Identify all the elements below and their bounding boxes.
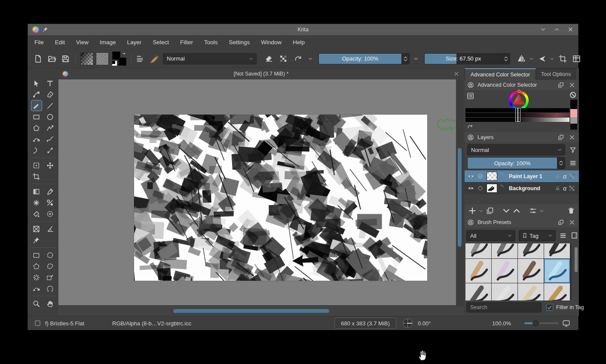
line-tool[interactable] [45,100,56,111]
preset-filter-combobox[interactable]: All [466,230,515,241]
duplicate-layer-button[interactable] [486,206,494,215]
alpha-channel-icon[interactable]: α [563,173,566,180]
rect-select-tool[interactable] [31,249,42,261]
reload-preset-button[interactable] [294,54,303,63]
preset-view-menu-icon[interactable] [559,232,567,240]
menu-window[interactable]: Window [255,36,287,48]
enclose-fill-tool[interactable] [45,208,56,219]
preset-detail-view-icon[interactable] [570,231,578,240]
swap-colors-icon[interactable] [122,52,127,57]
pin-icon[interactable] [42,26,49,33]
selection-status-icon[interactable] [34,320,41,327]
layer-thumbnail[interactable] [487,172,497,181]
visibility-eye-icon[interactable] [467,185,474,192]
filter-in-tag-checkbox[interactable] [546,304,553,311]
freehand-path-tool[interactable] [45,133,56,145]
menu-select[interactable]: Select [147,36,174,48]
spinner-icon[interactable] [502,54,510,64]
smart-patch-tool[interactable] [45,197,56,208]
lock-docker-icon[interactable] [467,82,474,88]
monitor-icon[interactable] [562,319,570,328]
menu-help[interactable]: Help [287,36,310,48]
delete-layer-button[interactable] [567,206,575,215]
add-layer-button[interactable] [468,206,477,215]
refresh-icon[interactable] [467,124,473,130]
color-selector-settings-button[interactable] [466,92,474,100]
chevron-down-icon[interactable] [413,56,419,62]
reference-images-tool[interactable] [31,234,42,246]
layers-header[interactable]: Layers [465,132,579,143]
select-circle-icon[interactable] [477,185,484,192]
brush-size-slider[interactable]: Size: 67.50 px [424,53,510,64]
preserve-alpha-button[interactable] [279,54,288,63]
minimize-icon[interactable] [540,26,546,33]
gradient-tool[interactable] [31,186,42,197]
brush-editor-button[interactable] [149,53,160,64]
close-docker-icon[interactable] [569,134,575,141]
layer-blending-mode-combobox[interactable]: Normal [467,144,565,155]
ellipse-tool[interactable] [45,111,56,122]
close-icon[interactable] [567,26,574,33]
contiguous-select-tool[interactable] [31,272,42,283]
preset-scrollbar[interactable] [575,247,578,272]
brush-preset-cell[interactable] [518,259,544,283]
pan-tool[interactable] [45,298,56,309]
move-layer-up-button[interactable] [512,206,521,215]
menu-layer[interactable]: Layer [122,36,147,48]
close-docker-icon[interactable] [569,219,575,226]
detach-canvas-button[interactable] [572,54,581,63]
float-docker-icon[interactable] [557,82,564,88]
canvas[interactable] [134,115,427,281]
move-tool[interactable] [45,160,56,171]
mirror-view-button[interactable] [517,54,526,63]
dynamic-brush-tool[interactable] [31,145,42,156]
brush-preset-cell[interactable] [544,259,570,283]
fill-tool[interactable] [31,208,42,219]
close-document-icon[interactable] [453,71,459,77]
measure-tool[interactable] [45,223,56,234]
transform-tool[interactable] [31,160,42,171]
calligraphy-tool[interactable] [45,89,56,100]
polyline-tool[interactable] [45,122,56,133]
properties-menu-icon[interactable] [539,208,545,214]
layer-row-paint-layer-1[interactable]: Paint Layer 1α [465,170,579,182]
crop-tool[interactable] [31,171,42,182]
wraparound-mode-button[interactable] [538,54,547,63]
zoom-slider[interactable] [524,322,559,324]
freehand-brush-tool[interactable] [31,100,42,111]
brush-presets-header[interactable]: Brush Presets [465,217,579,228]
alpha-lock-icon[interactable] [477,173,484,180]
magnetic-select-tool[interactable] [45,283,56,294]
brush-preset-cell[interactable] [465,283,491,300]
trim-to-image-button[interactable] [558,54,567,63]
vertical-scrollbar[interactable] [458,148,462,247]
color-history-strip[interactable] [570,100,577,130]
brush-preset-cell[interactable] [492,259,517,283]
similar-select-tool[interactable] [45,272,56,283]
lock-docker-icon[interactable] [467,219,474,226]
menu-view[interactable]: View [70,36,94,48]
alpha-channel-icon[interactable]: α [563,185,566,192]
brush-preset-cell[interactable] [518,243,544,258]
spinner-icon[interactable] [402,54,409,64]
brush-preset-cell[interactable] [544,243,570,258]
spinner-icon[interactable] [557,158,565,169]
layer-options-menu-icon[interactable] [569,159,577,167]
brush-preset-cell[interactable] [465,259,491,283]
preset-search-input[interactable] [466,302,542,312]
pattern-chooser[interactable] [96,52,109,65]
move-layer-down-button[interactable] [502,206,511,215]
close-docker-icon[interactable] [569,82,575,88]
menu-image[interactable]: Image [94,36,122,48]
text-tool[interactable] [45,78,56,89]
menu-settings[interactable]: Settings [223,36,255,48]
layer-thumbnail[interactable] [487,184,497,193]
no-color-icon[interactable] [569,91,577,99]
save-button[interactable] [61,54,70,63]
gradient-chooser[interactable] [80,52,93,65]
pattern-edit-tool[interactable] [31,197,42,208]
assistants-tool[interactable] [31,223,42,234]
layer-opacity-slider[interactable]: Opacity: 100% [467,157,565,169]
brush-preset-cell[interactable] [544,283,570,300]
brush-preset-cell[interactable] [492,243,517,258]
